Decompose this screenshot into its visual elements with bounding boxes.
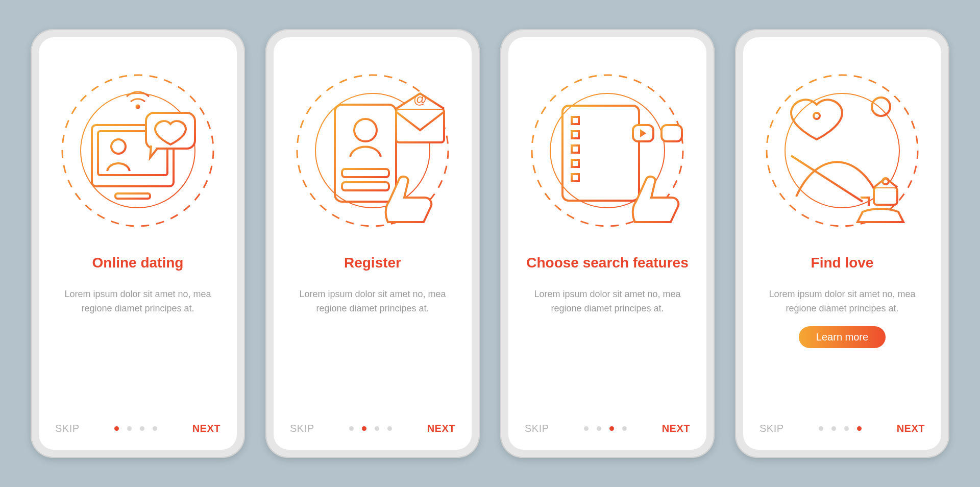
svg-point-7: [111, 139, 126, 154]
skip-button[interactable]: SKIP: [760, 423, 784, 434]
page-dots: [584, 426, 627, 431]
footer-nav: SKIP NEXT: [757, 423, 927, 434]
dot[interactable]: [349, 426, 354, 431]
skip-button[interactable]: SKIP: [55, 423, 80, 434]
onboarding-screen: @ Register Lorem ipsum dolor sit amet no…: [274, 37, 472, 450]
choose-search-icon: [526, 69, 689, 232]
learn-more-button[interactable]: Learn more: [799, 326, 886, 348]
dot[interactable]: [140, 426, 144, 431]
onboarding-screen: Find love Lorem ipsum dolor sit amet no,…: [743, 37, 941, 450]
onboarding-screen: Choose search features Lorem ipsum dolor…: [508, 37, 706, 450]
dot[interactable]: [857, 426, 862, 431]
slide-body: Lorem ipsum dolor sit amet no, mea regio…: [56, 287, 219, 316]
onboarding-screen: Online dating Lorem ipsum dolor sit amet…: [39, 37, 237, 450]
svg-rect-6: [115, 193, 150, 199]
dot[interactable]: [362, 426, 366, 431]
slide-title: Register: [344, 246, 401, 280]
next-button[interactable]: NEXT: [897, 423, 925, 434]
next-button[interactable]: NEXT: [662, 423, 690, 434]
register-icon: @: [291, 69, 454, 232]
dot[interactable]: [127, 426, 132, 431]
svg-rect-13: [342, 169, 389, 177]
svg-rect-43: [874, 187, 897, 205]
phone-frame: Find love Lorem ipsum dolor sit amet no,…: [735, 29, 949, 458]
svg-text:@: @: [413, 91, 427, 107]
slide-body: Lorem ipsum dolor sit amet no, mea regio…: [761, 287, 924, 316]
svg-point-2: [136, 105, 139, 108]
svg-line-42: [791, 156, 863, 202]
svg-rect-28: [572, 174, 579, 181]
dot[interactable]: [819, 426, 823, 431]
svg-rect-8: [146, 113, 195, 149]
phone-frame: Online dating Lorem ipsum dolor sit amet…: [31, 29, 245, 458]
dot[interactable]: [597, 426, 601, 431]
svg-point-37: [872, 98, 890, 116]
slide-title: Online dating: [92, 246, 184, 280]
slide-body: Lorem ipsum dolor sit amet no, mea regio…: [526, 287, 689, 316]
svg-rect-32: [662, 125, 682, 141]
svg-point-35: [814, 113, 820, 119]
page-dots: [819, 426, 862, 431]
phone-frame: Choose search features Lorem ipsum dolor…: [500, 29, 715, 458]
dot[interactable]: [831, 426, 836, 431]
dot[interactable]: [609, 426, 614, 431]
dot[interactable]: [153, 426, 157, 431]
svg-rect-15: [396, 109, 444, 142]
footer-nav: SKIP NEXT: [523, 423, 692, 434]
next-button[interactable]: NEXT: [192, 423, 220, 434]
dot[interactable]: [622, 426, 627, 431]
skip-button[interactable]: SKIP: [290, 423, 314, 434]
dot[interactable]: [844, 426, 849, 431]
svg-rect-24: [572, 145, 579, 153]
svg-rect-20: [572, 117, 579, 124]
onboarding-stage: Online dating Lorem ipsum dolor sit amet…: [31, 29, 949, 458]
page-dots: [114, 426, 157, 431]
slide-title: Find love: [811, 246, 874, 280]
svg-rect-26: [572, 160, 579, 167]
next-button[interactable]: NEXT: [427, 423, 455, 434]
svg-point-12: [354, 119, 377, 141]
slide-title: Choose search features: [526, 246, 688, 280]
online-dating-icon: [56, 69, 219, 232]
dot[interactable]: [114, 426, 119, 431]
dot[interactable]: [375, 426, 379, 431]
find-love-icon: [761, 69, 924, 232]
page-dots: [349, 426, 392, 431]
skip-button[interactable]: SKIP: [525, 423, 549, 434]
svg-point-0: [62, 75, 213, 226]
dot[interactable]: [387, 426, 392, 431]
footer-nav: SKIP NEXT: [288, 423, 457, 434]
phone-frame: @ Register Lorem ipsum dolor sit amet no…: [265, 29, 480, 458]
dot[interactable]: [584, 426, 589, 431]
slide-body: Lorem ipsum dolor sit amet no, mea regio…: [291, 287, 454, 316]
svg-rect-22: [572, 131, 579, 138]
svg-rect-14: [342, 182, 389, 190]
footer-nav: SKIP NEXT: [53, 423, 223, 434]
